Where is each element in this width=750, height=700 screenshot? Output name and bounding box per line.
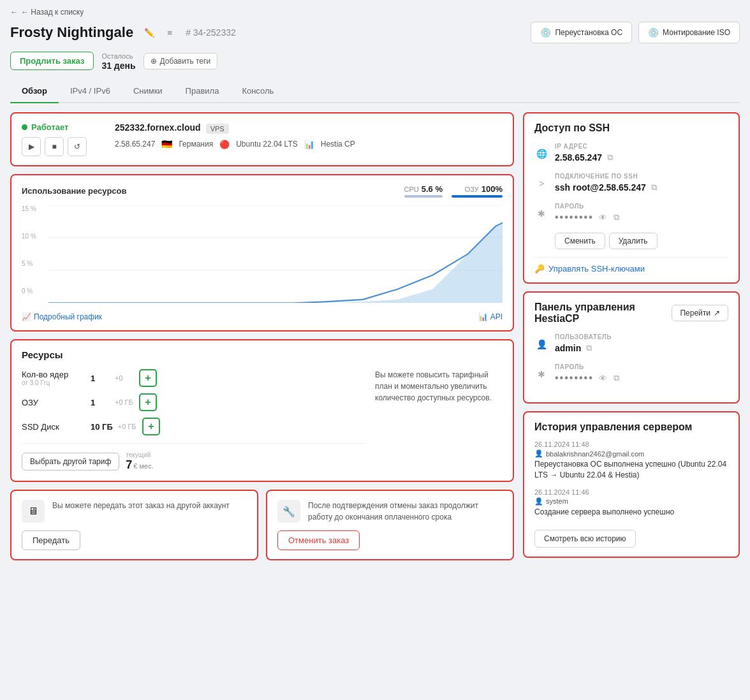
ram-label: ОЗУ xyxy=(465,186,479,193)
back-arrow-icon: ← xyxy=(10,8,18,17)
ssh-label: ПОДКЛЮЧЕНИЕ ПО SSH xyxy=(555,173,728,180)
detail-link[interactable]: 📈 Подробный график xyxy=(22,312,102,321)
copy-ssh-button[interactable]: ⧉ xyxy=(650,181,658,194)
hestia-password-label: ПАРОЛЬ xyxy=(555,363,728,370)
goto-button[interactable]: Перейти ↗ xyxy=(672,305,728,321)
key-link-icon: 🔑 xyxy=(534,264,545,273)
os-label: Ubuntu 22.04 LTS xyxy=(236,140,298,149)
server-name: Frosty Nightingale xyxy=(10,24,133,41)
tab-snapshots[interactable]: Снимки xyxy=(122,80,174,103)
tab-ipv4v6[interactable]: IPv4 / IPv6 xyxy=(59,80,122,103)
tariff-period: € мес. xyxy=(133,462,153,470)
history-date-2: 26.11.2024 11:46 xyxy=(534,488,728,496)
resource-row-ram: ОЗУ 1 +0 ГБ + xyxy=(22,393,365,411)
ssh-row: > ПОДКЛЮЧЕНИЕ ПО SSH ssh root@2.58.65.24… xyxy=(534,173,728,194)
cp-label: Hestia CP xyxy=(321,140,355,149)
goto-label: Перейти xyxy=(680,309,710,317)
delete-password-button[interactable]: Удалить xyxy=(609,233,658,249)
ssh-title: Доступ по SSH xyxy=(534,122,728,134)
start-button[interactable]: ▶ xyxy=(22,137,41,156)
history-card: История управления сервером 26.11.2024 1… xyxy=(523,411,740,558)
os-icon: 🔴 xyxy=(219,140,230,149)
mount-iso-button[interactable]: 💿 Монтирование ISO xyxy=(638,22,740,43)
stop-button[interactable]: ■ xyxy=(45,137,64,156)
user-icon-1: 👤 xyxy=(534,449,543,458)
user-icon-2: 👤 xyxy=(534,497,543,506)
ssh-keys-link[interactable]: 🔑 Управлять SSH-ключами xyxy=(534,264,728,273)
cancel-order-button[interactable]: Отменить заказ xyxy=(277,530,360,550)
hestia-title: Панель управления HestiaCP xyxy=(534,302,672,324)
ssh-card: Доступ по SSH 🌐 IP АДРЕС 2.58.65.247 ⧉ > xyxy=(523,112,740,284)
resource-cpu-sub: от 3.0 Ггц xyxy=(22,379,85,386)
reinstall-os-button[interactable]: 💿 Переустановка ОС xyxy=(531,22,632,43)
change-password-button[interactable]: Сменить xyxy=(555,233,605,249)
status-dot xyxy=(22,124,27,130)
history-desc-2: Создание сервера выполнено успешно xyxy=(534,507,728,518)
resource-row-cpu: Кол-во ядер от 3.0 Ггц 1 +0 + xyxy=(22,369,365,387)
server-domain: 252332.fornex.cloud xyxy=(115,122,201,133)
country-name: Германия xyxy=(179,140,213,149)
cp-icon: 📊 xyxy=(304,140,314,149)
copy-user-button[interactable]: ⧉ xyxy=(585,342,593,354)
server-ip: 2.58.65.247 xyxy=(115,140,155,149)
copy-hestia-password-button[interactable]: ⧉ xyxy=(612,372,621,384)
tariff-button[interactable]: Выбрать другой тариф xyxy=(22,453,119,470)
extend-order-button[interactable]: Продлить заказ xyxy=(10,52,94,70)
history-desc-1: Переустановка ОС выполнена успешно (Ubun… xyxy=(534,459,728,481)
list-icon[interactable]: ≡ xyxy=(161,24,178,41)
hestia-password-row: ✱ ПАРОЛЬ •••••••• 👁 ⧉ xyxy=(534,363,728,384)
history-user-2: 👤 system xyxy=(534,497,728,506)
ram-value: 100% xyxy=(482,184,503,194)
ip-value: 2.58.65.247 xyxy=(555,152,602,163)
hestia-user-label: ПОЛЬЗОВАТЕЛЬ xyxy=(555,333,728,340)
mount-label: Монтирование ISO xyxy=(663,28,730,37)
hestia-password-mask: •••••••• xyxy=(555,372,594,384)
status-text: Работает xyxy=(31,122,68,132)
remaining-label: Осталось 31 день xyxy=(101,52,135,71)
resource-ram-add: +0 ГБ xyxy=(115,398,134,406)
resources-card: Ресурсы Кол-во ядер от 3.0 Ггц 1 +0 + xyxy=(10,339,514,482)
copy-ip-button[interactable]: ⧉ xyxy=(606,151,614,164)
reinstall-icon: 💿 xyxy=(540,27,551,38)
resource-ram-add-button[interactable]: + xyxy=(139,393,157,411)
tariff-value: 7 xyxy=(126,458,132,472)
resource-ram-value: 1 xyxy=(91,398,110,407)
hestia-card: Панель управления HestiaCP Перейти ↗ 👤 П… xyxy=(523,291,740,404)
globe-icon: 🌐 xyxy=(534,147,548,161)
transfer-button[interactable]: Передать xyxy=(22,530,80,550)
copy-password-button[interactable]: ⧉ xyxy=(612,211,621,224)
external-link-icon: ↗ xyxy=(714,309,720,317)
flag-icon: 🇩🇪 xyxy=(161,139,172,149)
tab-console[interactable]: Консоль xyxy=(230,80,285,103)
resource-ssd-add: +0 ГБ xyxy=(118,423,137,430)
tab-overview[interactable]: Обзор xyxy=(10,80,59,103)
tariff-price: текущий 7 € мес. xyxy=(126,451,153,472)
tab-rules[interactable]: Правила xyxy=(174,80,231,103)
resource-cpu-value: 1 xyxy=(91,374,110,383)
resource-cpu-add-button[interactable]: + xyxy=(139,369,157,387)
resources-title: Ресурсы xyxy=(22,349,503,360)
reinstall-label: Переустановка ОС xyxy=(555,28,622,37)
show-hestia-password-button[interactable]: 👁 xyxy=(598,372,608,384)
view-all-history-button[interactable]: Смотреть всю историю xyxy=(534,530,636,548)
cpu-value: 5.6 % xyxy=(422,184,443,194)
chart-title: Использование ресурсов xyxy=(22,186,127,196)
user-icon: 👤 xyxy=(534,337,548,351)
back-link[interactable]: ← ← Назад к списку xyxy=(10,8,740,17)
add-tags-button[interactable]: ⊕ Добавить теги xyxy=(143,53,217,69)
show-password-button[interactable]: 👁 xyxy=(598,212,608,224)
chart-label-0: 0 % xyxy=(22,288,46,295)
resource-row-ssd: SSD Диск 10 ГБ +0 ГБ + xyxy=(22,418,365,435)
transfer-card: 🖥 Вы можете передать этот заказ на друго… xyxy=(10,490,258,560)
cpu-label: CPU xyxy=(404,186,419,193)
transfer-text: Вы можете передать этот заказ на другой … xyxy=(52,500,230,511)
hestia-key-icon: ✱ xyxy=(534,367,548,381)
ssh-value: ssh root@2.58.65.247 xyxy=(555,182,646,193)
svg-marker-4 xyxy=(48,222,503,303)
chart-icon: 📈 xyxy=(22,312,31,321)
restart-button[interactable]: ↺ xyxy=(68,137,87,156)
edit-icon[interactable]: ✏️ xyxy=(141,24,158,41)
cpu-bar xyxy=(404,195,443,198)
api-link[interactable]: 📊 API xyxy=(478,312,503,321)
resource-ssd-add-button[interactable]: + xyxy=(142,418,160,435)
